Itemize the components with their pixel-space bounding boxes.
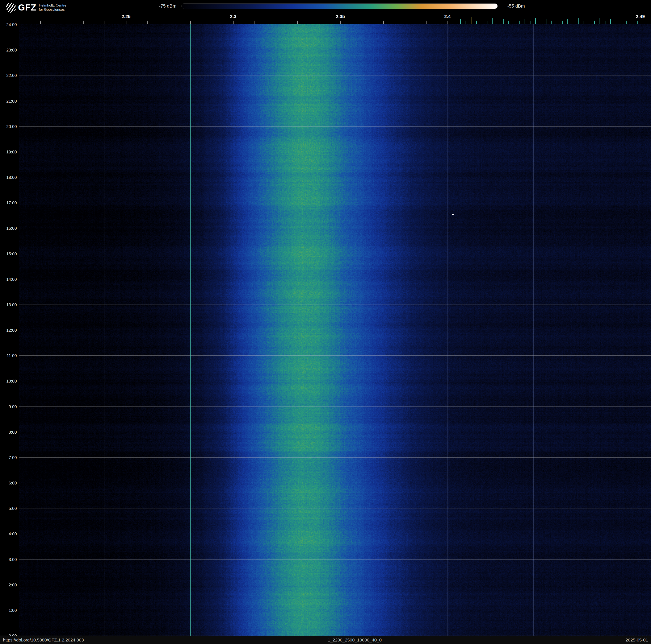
channel-tick bbox=[610, 19, 611, 24]
freq-minor-tick bbox=[362, 21, 362, 24]
channel-tick bbox=[476, 21, 477, 24]
channel-tick bbox=[450, 18, 450, 24]
freq-minor-tick bbox=[276, 21, 276, 24]
channel-tick bbox=[589, 19, 589, 24]
channel-tick bbox=[621, 18, 621, 24]
channel-tick bbox=[482, 19, 482, 24]
freq-minor-tick bbox=[212, 21, 212, 24]
freq-minor-tick bbox=[447, 21, 448, 24]
channel-tick bbox=[546, 19, 547, 24]
time-label: 4:00 bbox=[0, 531, 17, 536]
frequency-axis-line bbox=[19, 24, 651, 24]
channel-tick bbox=[562, 21, 563, 24]
time-label: 10:00 bbox=[0, 379, 17, 384]
freq-minor-tick bbox=[190, 21, 191, 24]
freq-minor-tick bbox=[169, 21, 169, 24]
time-label: 21:00 bbox=[0, 99, 17, 104]
channel-tick bbox=[492, 18, 493, 24]
logo-subtitle-line1: Helmholtz Centre bbox=[39, 3, 66, 7]
colorbar-min-label: -75 dBm bbox=[134, 3, 177, 9]
freq-minor-tick bbox=[405, 21, 405, 24]
channel-tick bbox=[637, 21, 638, 24]
freq-minor-tick bbox=[254, 21, 255, 24]
time-label: 20:00 bbox=[0, 124, 17, 129]
logo-subtitle-line2: for Geosciences bbox=[39, 7, 66, 12]
freq-minor-tick bbox=[383, 21, 384, 24]
channel-tick bbox=[508, 21, 509, 24]
channel-tick bbox=[525, 19, 525, 24]
freq-tick-label: 2.35 bbox=[336, 14, 345, 19]
time-label: 11:00 bbox=[0, 353, 17, 358]
channel-tick bbox=[584, 21, 584, 24]
channel-tick bbox=[552, 21, 552, 24]
time-label: 12:00 bbox=[0, 328, 17, 333]
freq-minor-tick bbox=[297, 21, 298, 24]
freq-minor-tick bbox=[126, 21, 126, 24]
freq-minor-tick bbox=[83, 21, 84, 24]
channel-tick bbox=[455, 21, 455, 24]
time-label: 7:00 bbox=[0, 455, 17, 460]
colorbar-gradient bbox=[181, 3, 498, 9]
channel-tick bbox=[460, 19, 461, 24]
footer: https://doi.org/10.5880/GFZ.1.2.2024.003… bbox=[0, 636, 651, 644]
channel-tick bbox=[498, 21, 498, 24]
freq-tick-label: 2.25 bbox=[122, 14, 131, 19]
doi-link[interactable]: https://doi.org/10.5880/GFZ.1.2.2024.003 bbox=[3, 638, 84, 643]
time-label: 15:00 bbox=[0, 252, 17, 257]
channel-tick bbox=[567, 19, 568, 24]
freq-minor-tick bbox=[104, 21, 105, 24]
time-label: 16:00 bbox=[0, 226, 17, 231]
time-label: 19:00 bbox=[0, 150, 17, 154]
freq-minor-tick bbox=[40, 21, 41, 24]
time-label: 13:00 bbox=[0, 302, 17, 307]
time-label: 1:00 bbox=[0, 608, 17, 613]
time-label: 9:00 bbox=[0, 404, 17, 409]
freq-minor-tick bbox=[340, 21, 341, 24]
time-label: 24:00 bbox=[0, 22, 17, 27]
channel-tick bbox=[519, 21, 520, 24]
freq-tick-label: 2.49 bbox=[636, 14, 645, 19]
channel-tick bbox=[530, 21, 530, 24]
channel-tick bbox=[594, 21, 595, 24]
freq-minor-tick bbox=[62, 21, 62, 24]
time-label: 14:00 bbox=[0, 277, 17, 282]
time-label: 6:00 bbox=[0, 481, 17, 486]
channel-tick bbox=[557, 18, 557, 24]
channel-tick bbox=[605, 21, 606, 24]
time-label: 3:00 bbox=[0, 557, 17, 562]
channel-tick bbox=[514, 18, 514, 24]
freq-minor-tick bbox=[233, 21, 234, 24]
channel-tick bbox=[466, 21, 466, 24]
time-label: 18:00 bbox=[0, 175, 17, 180]
channel-tick bbox=[578, 18, 579, 24]
time-label: 22:00 bbox=[0, 73, 17, 78]
gfz-logo-icon bbox=[6, 2, 16, 12]
spectrogram-canvas bbox=[19, 24, 651, 636]
channel-tick bbox=[503, 19, 503, 24]
gfz-logo: GFZ Helmholtz Centre for Geosciences bbox=[6, 2, 66, 12]
time-label: 5:00 bbox=[0, 506, 17, 511]
header: GFZ Helmholtz Centre for Geosciences -75… bbox=[0, 0, 651, 24]
time-label: 2:00 bbox=[0, 583, 17, 587]
date-label: 2025-05-01 bbox=[626, 638, 648, 643]
freq-tick-label: 2.3 bbox=[230, 14, 237, 19]
time-label: 8:00 bbox=[0, 430, 17, 435]
channel-tick bbox=[616, 21, 616, 24]
channel-tick bbox=[599, 18, 600, 24]
freq-minor-tick bbox=[426, 21, 427, 24]
channel-tick bbox=[626, 21, 627, 24]
channel-tick bbox=[573, 21, 573, 24]
gfz-logo-text: GFZ bbox=[18, 2, 36, 12]
channel-tick bbox=[487, 21, 488, 24]
freq-minor-tick bbox=[148, 21, 148, 24]
time-label: 17:00 bbox=[0, 201, 17, 205]
channel-tick bbox=[541, 21, 541, 24]
dataset-id: 1_2200_2500_10000_40_0 bbox=[328, 638, 381, 643]
channel-tick bbox=[535, 18, 536, 24]
freq-minor-tick bbox=[319, 21, 319, 24]
channel-tick-highlight bbox=[632, 17, 632, 24]
time-label: 23:00 bbox=[0, 48, 17, 53]
colorbar-max-label: -55 dBm bbox=[507, 3, 525, 9]
channel-tick-highlight bbox=[471, 17, 471, 24]
gfz-logo-subtitle: Helmholtz Centre for Geosciences bbox=[39, 3, 66, 12]
